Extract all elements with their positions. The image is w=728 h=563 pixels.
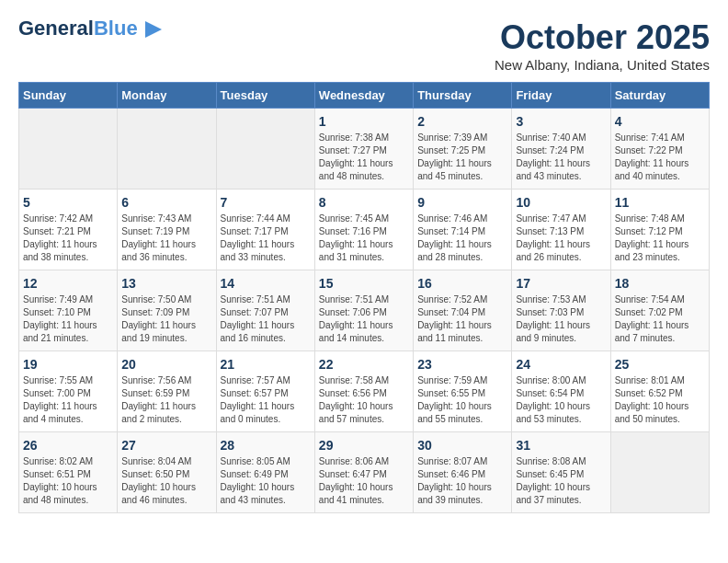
calendar-cell: 3Sunrise: 7:40 AM Sunset: 7:24 PM Daylig… xyxy=(512,109,610,190)
calendar-cell: 21Sunrise: 7:57 AM Sunset: 6:57 PM Dayli… xyxy=(216,351,314,432)
calendar-cell: 31Sunrise: 8:08 AM Sunset: 6:45 PM Dayli… xyxy=(512,432,610,513)
day-number: 12 xyxy=(23,276,113,291)
day-info: Sunrise: 7:45 AM Sunset: 7:16 PM Dayligh… xyxy=(319,213,409,264)
calendar-cell: 8Sunrise: 7:45 AM Sunset: 7:16 PM Daylig… xyxy=(314,190,413,270)
calendar-cell: 6Sunrise: 7:43 AM Sunset: 7:19 PM Daylig… xyxy=(118,190,216,270)
day-info: Sunrise: 7:56 AM Sunset: 6:59 PM Dayligh… xyxy=(121,374,211,426)
day-number: 23 xyxy=(417,357,507,372)
logo-general: General xyxy=(18,17,94,40)
calendar-cell: 4Sunrise: 7:41 AM Sunset: 7:22 PM Daylig… xyxy=(610,109,709,190)
calendar-cell: 24Sunrise: 8:00 AM Sunset: 6:54 PM Dayli… xyxy=(512,351,610,432)
day-info: Sunrise: 7:39 AM Sunset: 7:25 PM Dayligh… xyxy=(417,132,507,183)
calendar-cell: 25Sunrise: 8:01 AM Sunset: 6:52 PM Dayli… xyxy=(610,351,709,432)
day-header-tuesday: Tuesday xyxy=(216,83,314,109)
day-header-sunday: Sunday xyxy=(19,83,118,109)
calendar-cell: 20Sunrise: 7:56 AM Sunset: 6:59 PM Dayli… xyxy=(118,351,216,432)
day-info: Sunrise: 7:49 AM Sunset: 7:10 PM Dayligh… xyxy=(23,293,113,345)
day-number: 31 xyxy=(516,438,606,453)
day-info: Sunrise: 7:51 AM Sunset: 7:07 PM Dayligh… xyxy=(221,293,311,345)
calendar-cell: 15Sunrise: 7:51 AM Sunset: 7:06 PM Dayli… xyxy=(314,270,413,351)
day-number: 8 xyxy=(319,195,409,210)
day-number: 3 xyxy=(516,114,606,129)
calendar-cell: 7Sunrise: 7:44 AM Sunset: 7:17 PM Daylig… xyxy=(216,190,314,270)
day-info: Sunrise: 7:55 AM Sunset: 7:00 PM Dayligh… xyxy=(23,374,113,426)
calendar-table: SundayMondayTuesdayWednesdayThursdayFrid… xyxy=(18,82,710,513)
calendar-header-row: SundayMondayTuesdayWednesdayThursdayFrid… xyxy=(19,83,710,109)
calendar-cell: 12Sunrise: 7:49 AM Sunset: 7:10 PM Dayli… xyxy=(19,270,118,351)
day-info: Sunrise: 7:38 AM Sunset: 7:27 PM Dayligh… xyxy=(319,132,409,183)
logo: GeneralBlue xyxy=(18,18,162,39)
day-number: 11 xyxy=(615,195,705,210)
day-number: 4 xyxy=(615,114,705,129)
day-number: 30 xyxy=(417,438,507,453)
calendar-cell: 26Sunrise: 8:02 AM Sunset: 6:51 PM Dayli… xyxy=(19,432,118,513)
day-info: Sunrise: 8:07 AM Sunset: 6:46 PM Dayligh… xyxy=(417,455,507,507)
day-number: 6 xyxy=(121,195,211,210)
calendar-cell: 14Sunrise: 7:51 AM Sunset: 7:07 PM Dayli… xyxy=(216,270,314,351)
day-info: Sunrise: 8:05 AM Sunset: 6:49 PM Dayligh… xyxy=(221,455,311,507)
day-number: 27 xyxy=(121,438,211,453)
location: New Albany, Indiana, United States xyxy=(495,57,710,73)
calendar-cell: 16Sunrise: 7:52 AM Sunset: 7:04 PM Dayli… xyxy=(414,270,512,351)
calendar-cell: 9Sunrise: 7:46 AM Sunset: 7:14 PM Daylig… xyxy=(414,190,512,270)
calendar-cell xyxy=(216,109,314,190)
calendar-cell: 10Sunrise: 7:47 AM Sunset: 7:13 PM Dayli… xyxy=(512,190,610,270)
calendar-cell: 27Sunrise: 8:04 AM Sunset: 6:50 PM Dayli… xyxy=(118,432,216,513)
day-info: Sunrise: 7:47 AM Sunset: 7:13 PM Dayligh… xyxy=(516,213,606,264)
day-number: 1 xyxy=(319,114,409,129)
day-header-saturday: Saturday xyxy=(610,83,709,109)
day-number: 9 xyxy=(417,195,507,210)
day-info: Sunrise: 7:53 AM Sunset: 7:03 PM Dayligh… xyxy=(516,293,606,345)
day-number: 2 xyxy=(417,114,507,129)
day-number: 15 xyxy=(319,276,409,291)
day-number: 25 xyxy=(615,357,705,372)
day-info: Sunrise: 7:40 AM Sunset: 7:24 PM Dayligh… xyxy=(516,132,606,183)
day-number: 29 xyxy=(319,438,409,453)
day-info: Sunrise: 8:08 AM Sunset: 6:45 PM Dayligh… xyxy=(516,455,606,507)
day-info: Sunrise: 8:06 AM Sunset: 6:47 PM Dayligh… xyxy=(319,455,409,507)
day-info: Sunrise: 7:59 AM Sunset: 6:55 PM Dayligh… xyxy=(417,374,507,426)
day-number: 16 xyxy=(417,276,507,291)
calendar-cell xyxy=(118,109,216,190)
day-number: 18 xyxy=(615,276,705,291)
calendar-cell: 19Sunrise: 7:55 AM Sunset: 7:00 PM Dayli… xyxy=(19,351,118,432)
calendar-cell: 1Sunrise: 7:38 AM Sunset: 7:27 PM Daylig… xyxy=(314,109,413,190)
day-number: 10 xyxy=(516,195,606,210)
day-number: 20 xyxy=(121,357,211,372)
day-info: Sunrise: 7:44 AM Sunset: 7:17 PM Dayligh… xyxy=(221,213,311,264)
day-number: 5 xyxy=(23,195,113,210)
day-header-monday: Monday xyxy=(118,83,216,109)
calendar-week-row: 1Sunrise: 7:38 AM Sunset: 7:27 PM Daylig… xyxy=(19,109,710,190)
month-title: October 2025 xyxy=(495,18,710,57)
day-number: 14 xyxy=(221,276,311,291)
logo-text: GeneralBlue xyxy=(18,18,162,39)
calendar-cell xyxy=(610,432,709,513)
day-info: Sunrise: 7:41 AM Sunset: 7:22 PM Dayligh… xyxy=(615,132,705,183)
calendar-cell xyxy=(19,109,118,190)
day-info: Sunrise: 8:00 AM Sunset: 6:54 PM Dayligh… xyxy=(516,374,606,426)
day-info: Sunrise: 7:52 AM Sunset: 7:04 PM Dayligh… xyxy=(417,293,507,345)
calendar-week-row: 5Sunrise: 7:42 AM Sunset: 7:21 PM Daylig… xyxy=(19,190,710,270)
day-info: Sunrise: 7:43 AM Sunset: 7:19 PM Dayligh… xyxy=(121,213,211,264)
page-header: GeneralBlue October 2025 New Albany, Ind… xyxy=(18,18,710,73)
calendar-cell: 5Sunrise: 7:42 AM Sunset: 7:21 PM Daylig… xyxy=(19,190,118,270)
day-info: Sunrise: 8:01 AM Sunset: 6:52 PM Dayligh… xyxy=(615,374,705,426)
svg-marker-0 xyxy=(145,21,162,38)
day-info: Sunrise: 7:51 AM Sunset: 7:06 PM Dayligh… xyxy=(319,293,409,345)
title-area: October 2025 New Albany, Indiana, United… xyxy=(495,18,710,73)
day-header-wednesday: Wednesday xyxy=(314,83,413,109)
day-number: 19 xyxy=(23,357,113,372)
calendar-week-row: 26Sunrise: 8:02 AM Sunset: 6:51 PM Dayli… xyxy=(19,432,710,513)
day-info: Sunrise: 7:46 AM Sunset: 7:14 PM Dayligh… xyxy=(417,213,507,264)
calendar-cell: 28Sunrise: 8:05 AM Sunset: 6:49 PM Dayli… xyxy=(216,432,314,513)
day-number: 17 xyxy=(516,276,606,291)
logo-blue: Blue xyxy=(94,17,138,40)
day-info: Sunrise: 7:54 AM Sunset: 7:02 PM Dayligh… xyxy=(615,293,705,345)
calendar-cell: 29Sunrise: 8:06 AM Sunset: 6:47 PM Dayli… xyxy=(314,432,413,513)
day-number: 21 xyxy=(221,357,311,372)
day-number: 28 xyxy=(221,438,311,453)
calendar-week-row: 19Sunrise: 7:55 AM Sunset: 7:00 PM Dayli… xyxy=(19,351,710,432)
logo-icon xyxy=(145,21,162,38)
day-info: Sunrise: 7:42 AM Sunset: 7:21 PM Dayligh… xyxy=(23,213,113,264)
day-number: 24 xyxy=(516,357,606,372)
